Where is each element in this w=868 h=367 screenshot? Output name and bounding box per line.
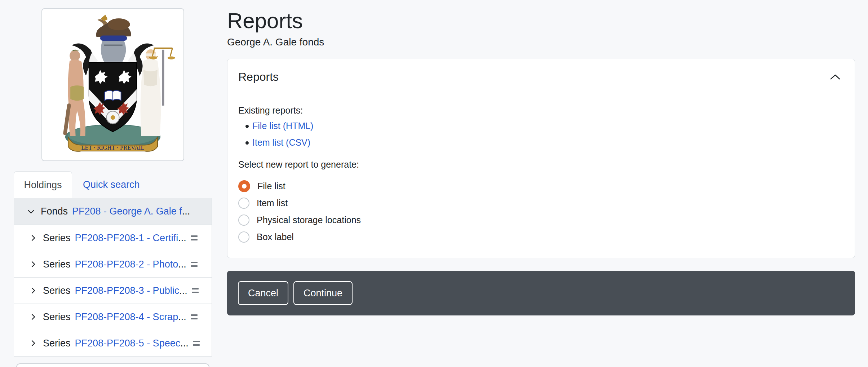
tree-item-link[interactable]: PF208 - George A. Gale f bbox=[72, 206, 182, 217]
existing-reports-label: Existing reports: bbox=[238, 105, 844, 116]
radio-box-label[interactable]: Box label bbox=[238, 229, 844, 246]
cancel-button[interactable]: Cancel bbox=[238, 281, 288, 305]
tree-truncation-ellipsis: ... bbox=[178, 311, 186, 323]
page-title: Reports bbox=[227, 9, 855, 33]
tree-item-link[interactable]: PF208-PF208-3 - Public bbox=[75, 285, 180, 296]
tree-truncation-ellipsis: ... bbox=[179, 285, 187, 296]
radio-unselected-icon[interactable] bbox=[238, 198, 249, 209]
form-actions-bar: Cancel Continue bbox=[227, 271, 855, 315]
radio-file-list[interactable]: File list bbox=[238, 178, 844, 195]
radio-unselected-icon[interactable] bbox=[238, 215, 249, 226]
tree-truncation-ellipsis: ... bbox=[180, 338, 189, 349]
drag-handle-icon[interactable] bbox=[190, 313, 198, 321]
chevron-right-icon[interactable] bbox=[29, 287, 37, 295]
radio-label: Physical storage locations bbox=[257, 215, 361, 225]
coat-of-arms-image: LET · RIGHT · PREVAIL bbox=[46, 13, 180, 157]
tree-row-series-4[interactable]: Series PF208-PF208-4 - Scrap ... bbox=[14, 304, 212, 330]
report-type-radio-group: File list Item list Physical storage loc… bbox=[238, 178, 844, 246]
drag-handle-icon[interactable] bbox=[190, 260, 198, 268]
page-subtitle: George A. Gale fonds bbox=[227, 36, 855, 48]
radio-unselected-icon[interactable] bbox=[238, 231, 249, 243]
right-supporter bbox=[140, 48, 175, 136]
tree-row-series-2[interactable]: Series PF208-PF208-2 - Photo ... bbox=[14, 251, 212, 277]
tree-item-link[interactable]: PF208-PF208-4 - Scrap bbox=[75, 311, 178, 323]
drag-handle-icon[interactable] bbox=[192, 339, 200, 347]
tree-level-label: Series bbox=[43, 233, 71, 244]
reports-panel-title: Reports bbox=[238, 70, 279, 84]
chevron-right-icon[interactable] bbox=[29, 313, 37, 321]
radio-label: File list bbox=[257, 181, 285, 191]
drag-handle-icon[interactable] bbox=[190, 234, 198, 242]
select-report-label: Select new report to generate: bbox=[238, 159, 844, 170]
sidebar-next-panel-top bbox=[16, 363, 209, 367]
reports-page: LET · RIGHT · PREVAIL bbox=[0, 0, 868, 367]
chevron-right-icon[interactable] bbox=[29, 339, 37, 347]
radio-item-list[interactable]: Item list bbox=[238, 195, 844, 212]
reports-panel-body: Existing reports: File list (HTML) Item … bbox=[227, 95, 855, 258]
svg-text:LET · RIGHT · PREVAIL: LET · RIGHT · PREVAIL bbox=[81, 144, 144, 151]
tree-level-label: Series bbox=[43, 285, 71, 296]
tree-level-label: Series bbox=[43, 311, 71, 323]
continue-button[interactable]: Continue bbox=[293, 281, 353, 305]
list-item: File list (HTML) bbox=[238, 121, 844, 131]
file-list-html-link[interactable]: File list (HTML) bbox=[252, 121, 313, 131]
sidebar: LET · RIGHT · PREVAIL bbox=[14, 8, 212, 367]
tree-item-link[interactable]: PF208-PF208-1 - Certifi bbox=[75, 233, 178, 244]
shield bbox=[89, 62, 137, 132]
tab-holdings[interactable]: Holdings bbox=[14, 171, 72, 198]
tree-row-series-3[interactable]: Series PF208-PF208-3 - Public ... bbox=[14, 277, 212, 304]
radio-physical-storage-locations[interactable]: Physical storage locations bbox=[238, 212, 844, 229]
tree-truncation-ellipsis: ... bbox=[178, 259, 186, 270]
radio-label: Box label bbox=[257, 232, 294, 242]
repository-logo-link[interactable]: LET · RIGHT · PREVAIL bbox=[41, 8, 184, 161]
existing-reports-list: File list (HTML) Item list (CSV) bbox=[238, 121, 844, 148]
reports-panel-header: Reports bbox=[227, 59, 855, 95]
tree-level-label: Series bbox=[43, 259, 71, 270]
tree-row-series-5[interactable]: Series PF208-PF208-5 - Speec ... bbox=[14, 330, 212, 356]
reports-panel: Reports Existing reports: File list (HTM… bbox=[227, 59, 855, 258]
chevron-down-icon[interactable] bbox=[27, 208, 35, 216]
tree-item-link[interactable]: PF208-PF208-2 - Photo bbox=[75, 259, 178, 270]
tree-item-link[interactable]: PF208-PF208-5 - Speec bbox=[75, 338, 181, 349]
tree-truncation-ellipsis: ... bbox=[178, 233, 186, 244]
tree-row-fonds[interactable]: Fonds PF208 - George A. Gale f ... bbox=[14, 198, 212, 225]
item-list-csv-link[interactable]: Item list (CSV) bbox=[252, 137, 310, 147]
radio-label: Item list bbox=[257, 198, 288, 208]
main-content: Reports George A. Gale fonds Reports Exi… bbox=[227, 9, 855, 315]
holdings-treeview: Fonds PF208 - George A. Gale f ... Serie… bbox=[14, 198, 212, 357]
drag-handle-icon[interactable] bbox=[191, 287, 199, 295]
sidebar-tabs: Holdings Quick search bbox=[14, 171, 212, 198]
tree-level-label: Fonds bbox=[41, 206, 68, 217]
list-item: Item list (CSV) bbox=[238, 137, 844, 148]
chevron-up-icon bbox=[829, 74, 841, 81]
left-supporter bbox=[63, 50, 85, 136]
tree-truncation-ellipsis: ... bbox=[182, 206, 190, 217]
tab-quick-search[interactable]: Quick search bbox=[72, 171, 140, 198]
tree-level-label: Series bbox=[43, 338, 71, 349]
radio-selected-icon[interactable] bbox=[238, 180, 250, 192]
chevron-right-icon[interactable] bbox=[29, 234, 37, 242]
tree-row-series-1[interactable]: Series PF208-PF208-1 - Certifi ... bbox=[14, 225, 212, 251]
crest bbox=[96, 15, 131, 62]
chevron-right-icon[interactable] bbox=[29, 260, 37, 268]
collapse-panel-button[interactable] bbox=[827, 69, 843, 85]
